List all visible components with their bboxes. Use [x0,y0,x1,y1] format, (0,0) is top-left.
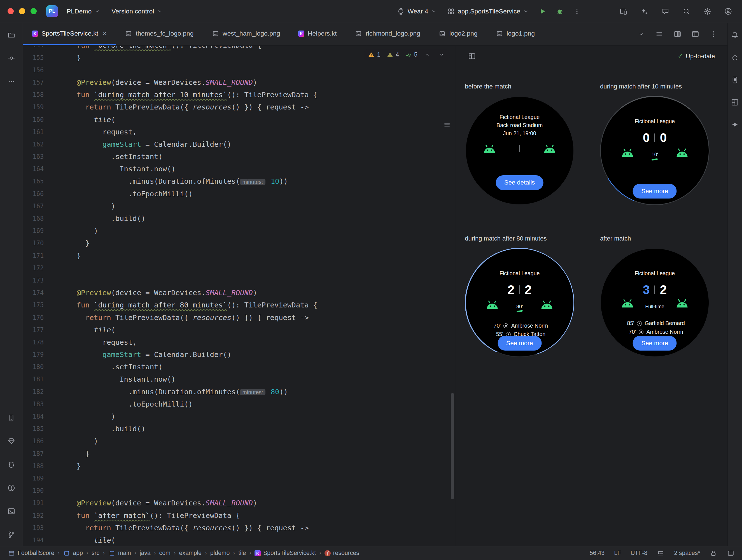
split-editor-button[interactable] [670,27,685,41]
code-line[interactable]: 177 tile( [23,324,456,336]
gradle-button[interactable] [728,50,742,65]
breadcrumb-pldemo[interactable]: pldemo [210,550,230,557]
code-line[interactable]: 176 return TilePreviewData({ resources()… [23,311,456,324]
fullscreen-window-button[interactable] [31,8,37,14]
tab-themes-fc-logo-png[interactable]: themes_fc_logo.png [116,23,203,46]
more-vertical-button[interactable] [706,27,721,41]
code-line[interactable]: 194 tile( [23,534,456,546]
code-line[interactable]: 170 } [23,237,456,249]
device-selector[interactable]: Wear 4 [393,5,441,17]
breadcrumb-app[interactable]: app [63,549,83,557]
logcat-button[interactable] [4,458,18,472]
vcs-menu[interactable]: Version control [108,5,167,17]
code-line[interactable]: 157@Preview(device = WearDevices.SMALL_R… [23,76,456,89]
close-window-button[interactable] [8,8,14,14]
next-problem-button[interactable] [437,50,446,59]
editor-list-button[interactable] [652,27,667,41]
running-devices-button[interactable] [4,411,18,425]
editor-scrollbar[interactable] [451,393,454,499]
code-line[interactable]: 163 .setInstant( [23,150,456,163]
code-line[interactable]: 164 Instant.now() [23,163,456,175]
watch-action-button[interactable]: See more [633,336,677,351]
code-line[interactable]: 169 ) [23,224,456,237]
more-button[interactable] [4,74,18,89]
code-line[interactable]: 173 [23,274,456,287]
code-editor[interactable]: 154fun `before the match`(): TilePreview… [23,46,456,546]
caret-position[interactable]: 56:43 [590,550,604,557]
line-separator[interactable]: LF [614,550,621,557]
preview-layout-button[interactable] [465,49,479,63]
code-line[interactable]: 193 return TilePreviewData({ resources()… [23,522,456,534]
code-line[interactable]: 188} [23,460,456,472]
ai-assistant-button[interactable] [637,4,651,18]
more-run-actions-button[interactable] [570,4,584,18]
code-line[interactable]: 161 request, [23,126,456,138]
code-line[interactable]: 166 .toEpochMilli() [23,188,456,200]
commit-button[interactable] [4,51,18,65]
run-button[interactable] [536,4,550,18]
watch-action-button[interactable]: See more [633,184,677,199]
minimize-window-button[interactable] [19,8,25,14]
notifications-button[interactable] [728,28,742,42]
previous-problem-button[interactable] [423,50,432,59]
code-line[interactable]: 192fun `after match`(): TilePreviewData … [23,509,456,522]
indent-style-button[interactable] [657,549,665,557]
close-icon[interactable]: × [103,30,107,38]
settings-button[interactable] [700,4,714,18]
code-line[interactable]: 183 .toEpochMilli() [23,398,456,410]
avatar-button[interactable] [721,4,735,18]
code-line[interactable]: 160 tile( [23,113,456,126]
code-line[interactable]: 178 request, [23,336,456,348]
breadcrumb-sportstileservice-kt[interactable]: KSportsTileService.kt [255,550,316,557]
editor-float-menu-icon[interactable] [443,121,451,129]
tab-helpers-kt[interactable]: KHelpers.kt [289,23,346,46]
device-explorer-button[interactable] [728,73,742,87]
debug-button[interactable] [553,4,567,18]
code-line[interactable]: 182 .minus(Duration.ofMinutes(minutes: 8… [23,386,456,398]
search-button[interactable] [679,4,694,18]
breadcrumb-tile[interactable]: tile [238,550,246,557]
breadcrumb-java[interactable]: java [140,550,151,557]
indent-size[interactable]: 2 spaces* [674,550,700,557]
gemini-button[interactable] [728,117,742,132]
code-line[interactable]: 187 } [23,448,456,460]
code-line[interactable]: 180 .setInstant( [23,361,456,373]
code-line[interactable]: 190 [23,485,456,497]
code-line[interactable]: 171} [23,250,456,262]
device-mirroring-button[interactable] [616,4,631,18]
weak-warning-inspection[interactable]: 4 [386,51,399,58]
chevron-down-button[interactable] [634,27,648,41]
checks-inspection[interactable]: 5 [405,51,418,58]
code-line[interactable]: 162 gameStart = Calendar.Builder() [23,138,456,150]
code-line[interactable]: 165 .minus(Duration.ofMinutes(minutes: 1… [23,175,456,187]
code-line[interactable]: 167 ) [23,200,456,212]
breadcrumb-com[interactable]: com [159,550,170,557]
version-control-button[interactable] [4,527,18,542]
code-line[interactable]: 179 gameStart = Calendar.Builder() [23,348,456,361]
code-line[interactable]: 181 Instant.now() [23,373,456,385]
breadcrumb-src[interactable]: src [92,550,99,557]
code-line[interactable]: 174@Preview(device = WearDevices.SMALL_R… [23,287,456,299]
project-selector[interactable]: PLDemo [63,5,104,17]
code-line[interactable]: 156 [23,64,456,76]
code-line[interactable]: 189 [23,472,456,485]
run-configuration-selector[interactable]: app.SportsTileService [443,5,533,17]
code-line[interactable]: 185 .build() [23,422,456,435]
watch-action-button[interactable]: See more [497,336,541,351]
breadcrumb-footballscore[interactable]: FootballScore [8,549,54,557]
code-line[interactable]: 159 return TilePreviewData({ resources()… [23,101,456,113]
code-line[interactable]: 186 ) [23,435,456,447]
layout-inspector-button[interactable] [728,95,742,109]
code-line[interactable]: 191@Preview(device = WearDevices.SMALL_R… [23,497,456,509]
tab-sportstileservice-kt[interactable]: KSportsTileService.kt× [23,23,116,46]
readonly-toggle-button[interactable] [710,549,718,557]
breadcrumb-resources[interactable]: fresources [324,550,359,557]
layout-widget-button[interactable] [727,549,734,557]
tab-logo2-png[interactable]: logo2.png [429,23,486,46]
breadcrumb-main[interactable]: main [108,549,131,557]
watch-action-button[interactable]: See details [495,175,543,190]
code-line[interactable]: 184 ) [23,410,456,422]
code-content[interactable]: 154fun `before the match`(): TilePreview… [23,46,456,546]
tab-richmond-logo-png[interactable]: richmond_logo.png [346,23,429,46]
problems-button[interactable] [4,481,18,495]
